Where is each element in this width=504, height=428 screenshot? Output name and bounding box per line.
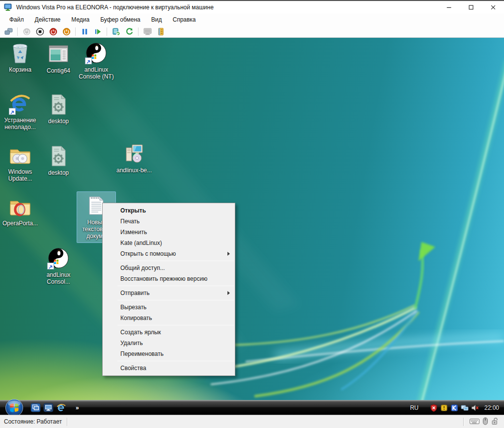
app-window-icon [47, 42, 70, 66]
turn-off-button[interactable] [47, 27, 59, 37]
unlocked-icon [491, 417, 499, 427]
desktop-icon-andlinux-installer[interactable]: andlinux-be... [115, 142, 153, 174]
context-menu-item-restore-previous-version[interactable]: Восстановить прежнюю версию [103, 273, 235, 284]
desktop-icon-label: desktop [39, 118, 78, 125]
volume-muted-icon[interactable] [471, 404, 479, 412]
ctrl-alt-del-button[interactable] [2, 27, 14, 37]
update-warning-icon[interactable] [440, 404, 448, 412]
revert-button[interactable] [123, 27, 135, 37]
toolbar-separator [107, 27, 107, 36]
context-menu-item-copy[interactable]: Копировать [103, 313, 235, 323]
close-button[interactable] [482, 1, 504, 14]
menu-view[interactable]: Вид [146, 15, 168, 25]
desktop-icon-label: OperaPorta... [1, 220, 39, 227]
shortcut-arrow-icon [9, 108, 16, 115]
menu-help[interactable]: Справка [167, 15, 201, 25]
context-menu-item-cut[interactable]: Вырезать [103, 302, 235, 313]
resume-button[interactable] [92, 27, 104, 37]
context-menu-item-label: Открыть с помощью [120, 250, 176, 257]
desktop-icon-label: Windows Update... [1, 168, 39, 182]
vm-connection-window: Windows Vista Pro на ELEONORA - подключе… [0, 0, 504, 428]
pause-button[interactable] [79, 27, 90, 37]
settings-button[interactable] [155, 27, 167, 37]
internet-explorer-icon [8, 92, 32, 115]
vm-status-text: Состояние: Работает [0, 418, 67, 425]
network-icon[interactable] [461, 404, 469, 412]
submenu-arrow-icon [227, 252, 230, 256]
security-alert-icon[interactable] [430, 404, 438, 412]
maximize-button[interactable] [460, 1, 482, 14]
minimize-button[interactable] [438, 1, 460, 14]
context-menu-item-kate-andlinux[interactable]: Kate (andLinux) [103, 238, 235, 248]
desktop-icon-andlinux-console-shortcut[interactable]: andLinux Consol... [39, 246, 78, 285]
start-button-disabled [21, 27, 32, 37]
menu-action[interactable]: Действие [29, 15, 66, 25]
toolbar-separator [138, 27, 139, 36]
shut-down-button[interactable] [60, 27, 72, 37]
context-menu-item-open[interactable]: Открыть [103, 205, 235, 216]
andlinux-yinyang-icon [47, 246, 70, 270]
start-button[interactable] [5, 399, 24, 415]
context-menu-item-properties[interactable]: Свойства [103, 363, 235, 374]
menu-file[interactable]: Файл [4, 15, 29, 25]
folder-discs-icon [8, 143, 32, 167]
context-menu-item-share[interactable]: Общий доступ... [103, 263, 235, 273]
desktop-icon-desktop-ini-2[interactable]: desktop [39, 144, 78, 176]
titlebar: Windows Vista Pro на ELEONORA - подключе… [0, 1, 504, 14]
desktop-icon-label: Корзина [1, 66, 39, 73]
system-tray: RU [410, 404, 504, 412]
submenu-arrow-icon [227, 291, 230, 295]
context-menu-item-rename[interactable]: Переименовать [103, 348, 235, 359]
vista-desktop-wallpaper[interactable]: Корзина Contig64 [0, 38, 504, 415]
folder-opera-icon [8, 195, 32, 218]
context-menu-item-open-with[interactable]: Открыть с помощью [103, 248, 235, 259]
quick-launch-bar: » [30, 402, 79, 413]
keyboard-capture-icon [470, 418, 479, 426]
desktop-icon-troubleshooting[interactable]: Устранение неполадо... [1, 92, 39, 131]
taskbar-clock[interactable]: 22:00 [484, 404, 499, 411]
vista-taskbar: » RU [0, 400, 504, 415]
context-menu-item-send-to[interactable]: Отправить [103, 288, 235, 298]
desktop-icon-label: andLinux Console (NT) [77, 66, 115, 80]
quick-launch-overflow-chevron[interactable]: » [76, 404, 79, 411]
context-menu-separator [117, 325, 234, 325]
switch-windows-icon[interactable] [30, 402, 41, 413]
context-menu-item-print[interactable]: Печать [103, 216, 235, 227]
context-menu-item-delete[interactable]: Удалить [103, 338, 235, 348]
andlinux-yinyang-icon [84, 41, 108, 65]
desktop-icon-recycle-bin[interactable]: Корзина [1, 41, 39, 73]
kde-k-icon[interactable] [450, 404, 458, 412]
toolbar [0, 26, 504, 38]
mouse-capture-icon [482, 417, 488, 427]
desktop-icon-opera-portable[interactable]: OperaPorta... [1, 195, 39, 227]
show-desktop-icon[interactable] [43, 402, 54, 413]
context-menu-item-edit[interactable]: Изменить [103, 227, 235, 238]
menubar: Файл Действие Медиа Буфер обмена Вид Спр… [0, 14, 504, 26]
desktop-icon-contig64[interactable]: Contig64 [39, 42, 78, 74]
context-menu-separator [117, 361, 234, 361]
checkpoint-button[interactable] [110, 27, 122, 37]
language-indicator[interactable]: RU [410, 404, 419, 411]
context-menu-separator [117, 300, 234, 300]
statusbar-divider [67, 418, 67, 426]
desktop-icon-andlinux-console-nt[interactable]: andLinux Console (NT) [77, 41, 115, 80]
menu-clipboard[interactable]: Буфер обмена [95, 15, 146, 25]
desktop-icon-desktop-ini[interactable]: desktop [39, 93, 78, 125]
thumbnail-button-disabled [141, 27, 153, 37]
shortcut-arrow-icon [85, 57, 92, 64]
desktop-icon-label: andlinux-be... [115, 167, 153, 174]
internet-explorer-launch-icon[interactable] [56, 402, 66, 413]
recycle-bin-icon [8, 41, 32, 65]
shortcut-arrow-icon [47, 263, 54, 269]
context-menu-item-create-shortcut[interactable]: Создать ярлык [103, 327, 235, 338]
toolbar-separator [75, 27, 76, 36]
stop-button[interactable] [34, 27, 46, 37]
statusbar: Состояние: Работает [0, 415, 504, 428]
vm-display-area[interactable]: Корзина Contig64 [0, 38, 504, 415]
menu-media[interactable]: Медиа [66, 15, 95, 25]
desktop-icon-label: andLinux Consol... [39, 271, 78, 285]
desktop-icon-windows-update[interactable]: Windows Update... [1, 143, 39, 182]
context-menu-separator [117, 261, 234, 261]
context-menu: Открыть Печать Изменить Kate (andLinux) … [102, 203, 235, 376]
window-title: Windows Vista Pro на ELEONORA - подключе… [16, 4, 214, 11]
